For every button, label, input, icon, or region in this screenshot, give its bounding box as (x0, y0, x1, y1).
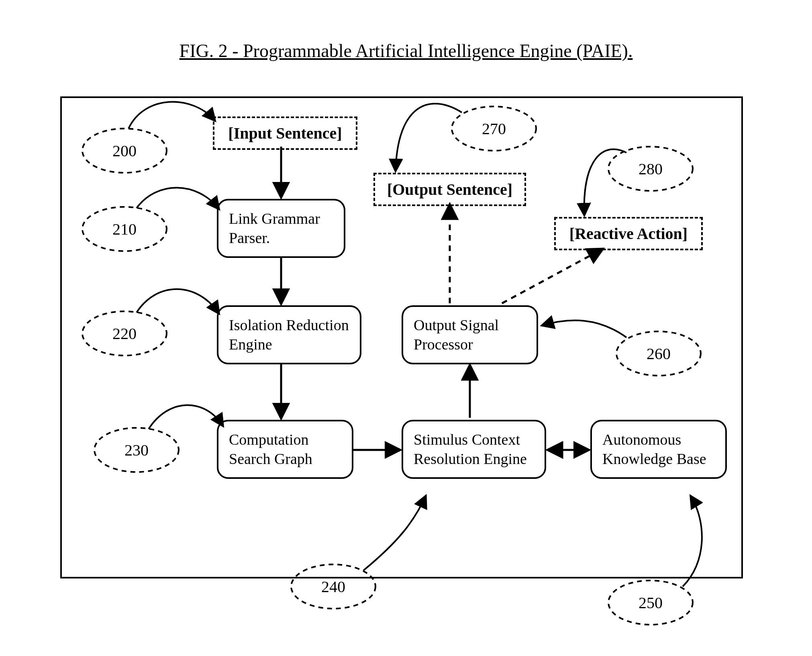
node-autonomous-kb: Autonomous Knowledge Base (590, 420, 727, 479)
svg-point-13 (608, 580, 693, 625)
node-link-grammar-parser: Link Grammar Parser. (217, 199, 345, 258)
node-isolation-reduction: Isolation Reduction Engine (217, 305, 361, 364)
node-output-sentence: [Output Sentence] (373, 173, 526, 206)
node-input-sentence: [Input Sentence] (213, 116, 357, 150)
ref-250: 250 (639, 593, 663, 612)
node-stimulus-context: Stimulus Context Resolution Engine (402, 420, 546, 479)
node-reactive-action: [Reactive Action] (554, 217, 703, 250)
ref-240: 240 (321, 577, 345, 596)
node-computation-search-graph: Computation Search Graph (217, 420, 353, 479)
figure-title: FIG. 2 - Programmable Artificial Intelli… (0, 40, 812, 61)
page: FIG. 2 - Programmable Artificial Intelli… (0, 0, 812, 656)
node-output-signal-processor: Output Signal Processor (402, 305, 538, 364)
